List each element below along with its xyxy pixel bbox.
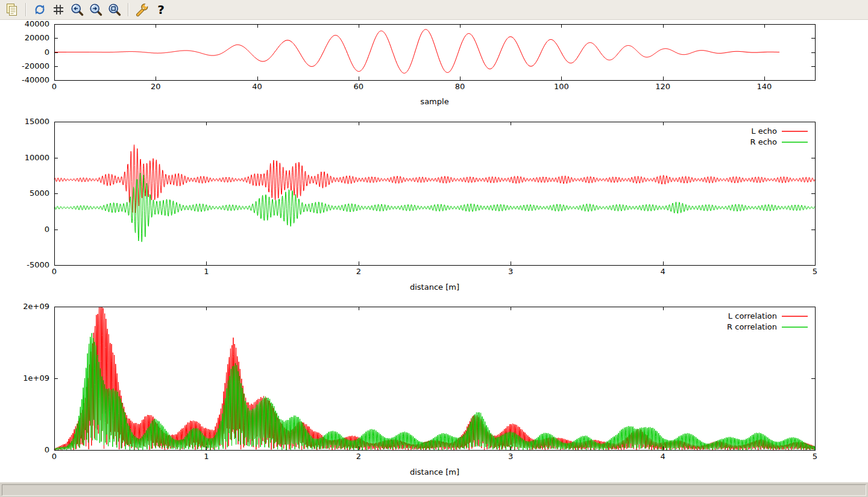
toolbar: ?: [0, 0, 868, 20]
x-tick-label: 40: [252, 82, 262, 91]
y-tick-label: 20000: [25, 33, 49, 42]
x-tick-label: 20: [151, 82, 161, 91]
legend-label: L correlation: [728, 311, 777, 320]
toggle-grid-button[interactable]: [50, 1, 67, 18]
x-tick-label: 0: [52, 452, 57, 461]
zoom-previous-icon: [70, 2, 84, 17]
x-tick-label: 120: [655, 82, 670, 91]
statusbar: [0, 482, 868, 497]
x-tick-label: 4: [660, 267, 665, 276]
zoom-next-button[interactable]: [87, 1, 104, 18]
series-l-correlation: [54, 307, 815, 450]
copy-to-clipboard-icon: [5, 2, 19, 17]
y-tick-label: 0: [45, 48, 49, 57]
replot-button[interactable]: [31, 1, 48, 18]
legend-label: R echo: [750, 137, 777, 146]
x-tick-label: 2: [356, 267, 361, 276]
help-icon: ?: [154, 2, 168, 17]
x-tick-label: 80: [455, 82, 465, 91]
legend-label: R correlation: [727, 322, 777, 331]
y-tick-label: 40000: [25, 20, 49, 28]
y-tick-label: -5000: [27, 260, 49, 269]
statusbar-field: [2, 484, 866, 496]
gnuplot-window: ? 020406080100120140-40000-2000002000040…: [0, 0, 868, 497]
x-axis-label: distance [m]: [410, 283, 459, 292]
series-r-echo: [54, 173, 815, 242]
x-tick-label: 3: [508, 267, 513, 276]
autoscale-icon: [107, 2, 122, 17]
plot-border: [55, 307, 816, 451]
y-tick-label: 0: [45, 445, 49, 454]
zoom-next-icon: [89, 2, 103, 17]
plot-area: 020406080100120140-40000-200000200004000…: [0, 20, 868, 482]
configure-button[interactable]: [134, 1, 151, 18]
x-tick-label: 5: [813, 452, 817, 461]
copy-to-clipboard-button[interactable]: [4, 1, 20, 18]
signal-chart[interactable]: 020406080100120140-40000-200000200004000…: [0, 20, 868, 115]
x-tick-label: 3: [508, 452, 513, 461]
autoscale-button[interactable]: [106, 1, 123, 18]
wrench-icon: [135, 2, 149, 17]
y-tick-label: 2e+09: [23, 302, 49, 311]
svg-text:?: ?: [157, 2, 165, 17]
x-tick-label: 0: [52, 267, 57, 276]
series-l-echo: [54, 145, 815, 213]
toolbar-separator: [128, 3, 129, 16]
y-tick-label: 0: [45, 225, 49, 234]
y-tick-label: 15000: [25, 117, 49, 126]
x-tick-label: 1: [204, 452, 209, 461]
x-tick-label: 60: [354, 82, 364, 91]
y-tick-label: -20000: [22, 61, 49, 70]
y-tick-label: 1e+09: [23, 374, 49, 383]
series-r-correlation: [54, 333, 815, 450]
echo-chart[interactable]: 012345-5000050001000015000distance [m]L …: [0, 115, 868, 300]
x-tick-label: 140: [756, 82, 772, 91]
x-tick-label: 4: [660, 452, 665, 461]
x-tick-label: 5: [813, 267, 817, 276]
legend-label: L echo: [751, 127, 777, 136]
grid-icon: [51, 2, 66, 17]
x-tick-label: 2: [356, 452, 361, 461]
x-tick-label: 1: [204, 267, 209, 276]
help-button[interactable]: ?: [153, 1, 169, 18]
series-signal: [54, 30, 779, 73]
zoom-previous-button[interactable]: [69, 1, 86, 18]
y-tick-label: 5000: [30, 189, 49, 198]
x-tick-label: 100: [554, 82, 569, 91]
correlation-chart[interactable]: 01234501e+092e+09distance [m]L correlati…: [0, 300, 868, 482]
plot-border: [55, 122, 816, 266]
x-axis-label: distance [m]: [410, 467, 459, 477]
y-tick-label: -40000: [22, 75, 49, 84]
replot-icon: [33, 2, 47, 17]
toolbar-separator: [25, 3, 27, 16]
y-tick-label: 10000: [25, 153, 49, 162]
x-axis-label: sample: [420, 97, 448, 106]
x-tick-label: 0: [52, 82, 57, 91]
